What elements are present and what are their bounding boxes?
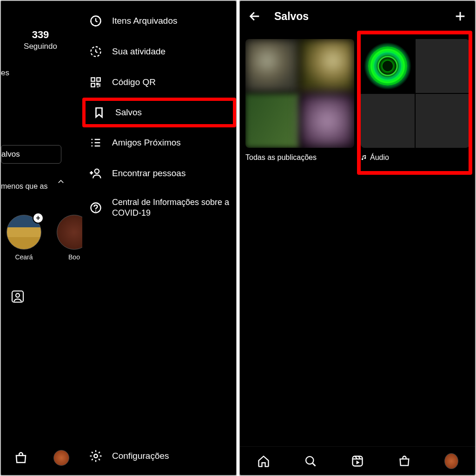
profile-avatar[interactable] [53,450,69,466]
home-icon[interactable] [257,454,271,468]
gear-icon [89,449,103,463]
settings-label: Configurações [112,451,169,461]
following-count: 339 [1,29,80,41]
svg-point-14 [306,456,313,464]
menu-label: Código QR [112,77,156,87]
collection-thumbnail [245,39,354,148]
svg-point-13 [94,454,98,458]
menu-item-discover-people[interactable]: Encontrar pessoas [82,158,236,189]
profile-avatar[interactable] [444,454,458,468]
menu-item-settings[interactable]: Configurações [82,443,236,469]
menu-label: Central de Informações sobre a COVID-19 [112,197,230,219]
saved-button-label: alvos [1,150,20,159]
bottom-nav-left-partial [1,446,82,469]
reels-icon[interactable] [350,454,364,468]
archive-icon [89,14,103,28]
menu-label: Sua atividade [112,46,165,57]
collection-audio[interactable]: Áudio [361,39,469,162]
tagged-tab-icon[interactable] [10,289,25,304]
add-collection-icon[interactable] [454,10,467,23]
svg-rect-15 [352,456,362,466]
svg-rect-0 [12,291,23,302]
svg-point-8 [91,142,93,144]
menu-label: Encontrar pessoas [112,168,185,178]
shop-icon[interactable] [14,451,28,465]
svg-rect-6 [91,83,95,87]
highlight-thumbnail: + [7,215,41,250]
highlight-label: Ceará [7,253,41,261]
svg-rect-4 [91,78,95,81]
covid-info-icon [89,201,103,215]
plus-icon: + [33,212,44,224]
following-label: Seguindo [1,42,80,51]
menu-label: Amigos Próximos [112,138,181,148]
screenshot-left: es 339 Seguindo alvos menos que as + Cea… [0,0,237,476]
menu-label: Itens Arquivados [112,16,177,26]
music-note-icon [361,154,367,161]
discover-people-icon [89,166,103,180]
collection-thumbnail [361,39,469,148]
back-arrow-icon[interactable] [248,10,261,23]
menu-label: Salvos [115,107,142,118]
saved-button-partial[interactable]: alvos [1,145,61,164]
story-highlight-ceara[interactable]: + Ceará [7,215,41,261]
collection-label: Áudio [370,153,389,162]
menu-item-close-friends[interactable]: Amigos Próximos [82,127,236,158]
collection-all-posts[interactable]: Todas as publicações [245,39,354,162]
menu-item-archived[interactable]: Itens Arquivados [82,6,236,36]
suggested-text-partial: menos que as [1,182,48,191]
svg-rect-5 [97,78,100,81]
chevron-up-icon[interactable] [57,178,65,186]
collections-grid: Todas as publicações Áudio [245,39,469,162]
side-menu: Itens Arquivados Sua atividade Código QR… [82,6,236,475]
svg-point-7 [91,139,93,140]
following-stats[interactable]: es 339 Seguindo [1,29,80,51]
svg-point-9 [91,145,93,147]
svg-point-1 [16,293,20,297]
shop-icon[interactable] [397,454,411,468]
collection-label: Todas as publicações [245,153,354,162]
menu-item-covid[interactable]: Central de Informações sobre a COVID-19 [82,189,236,227]
qr-icon [89,75,103,89]
menu-item-salvos[interactable]: Salvos [82,98,236,127]
menu-item-activity[interactable]: Sua atividade [82,36,236,67]
bottom-nav [240,446,475,475]
svg-point-10 [95,169,99,173]
activity-icon [89,45,103,59]
menu-item-qr[interactable]: Código QR [82,67,236,98]
page-title: Salvos [274,10,309,23]
search-icon[interactable] [304,454,317,468]
close-friends-icon [89,136,103,150]
followers-label-cut: es [1,68,9,78]
bookmark-icon [92,106,106,119]
svg-point-12 [95,211,96,212]
screenshot-right: Salvos Todas as publicações [239,0,476,476]
saved-header: Salvos [240,1,475,32]
